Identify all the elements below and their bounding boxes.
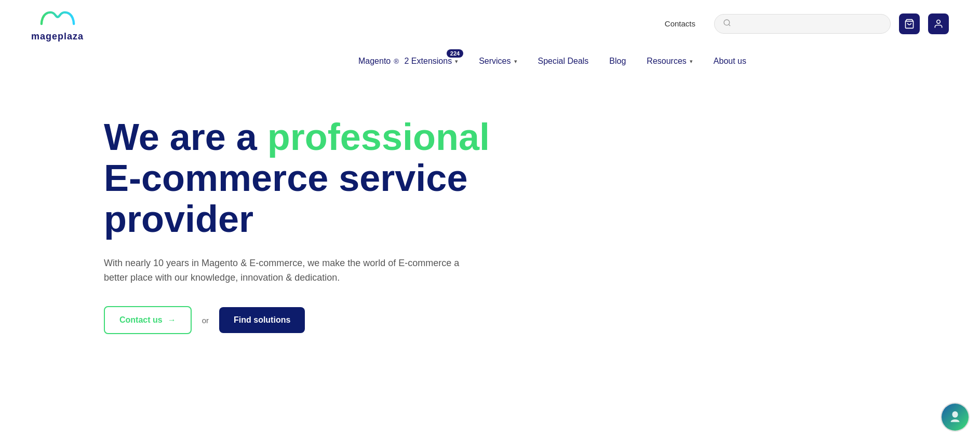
or-divider: or <box>202 316 209 325</box>
hero-title: We are a professional E-commerce service… <box>104 117 540 240</box>
header-right: Contacts <box>665 13 949 34</box>
contacts-link[interactable]: Contacts <box>665 19 695 28</box>
hero-subtitle: With nearly 10 years in Magento & E-comm… <box>104 256 467 286</box>
logo-text: mageplaza <box>31 31 84 42</box>
chat-avatar <box>942 404 969 431</box>
search-icon <box>723 19 731 29</box>
nav-items: Magento® 2 Extensions ▾ 224 Services ▾ S… <box>358 47 746 75</box>
hero-section: We are a professional E-commerce service… <box>0 75 571 365</box>
hero-actions: Contact us → or Find solutions <box>104 306 540 334</box>
chat-widget[interactable] <box>941 403 970 432</box>
cart-icon <box>904 19 915 29</box>
hero-title-highlight: professional <box>267 116 490 158</box>
nav-item-services[interactable]: Services ▾ <box>479 57 517 66</box>
nav-item-about[interactable]: About us <box>714 57 746 66</box>
nav-bar: Magento® 2 Extensions ▾ 224 Services ▾ S… <box>0 47 980 75</box>
nav-item-wrapper-extensions: Magento® 2 Extensions ▾ 224 <box>358 57 458 66</box>
header: mageplaza Contacts <box>0 0 980 47</box>
find-solutions-button[interactable]: Find solutions <box>219 307 305 333</box>
logo-icon <box>37 5 78 31</box>
arrow-right-icon: → <box>168 315 176 325</box>
search-input[interactable] <box>735 20 882 28</box>
svg-point-2 <box>937 20 941 23</box>
hero-title-part2: E-commerce service <box>104 157 467 199</box>
search-bar[interactable] <box>714 14 891 34</box>
extensions-badge: 224 <box>447 49 463 58</box>
nav-item-special-deals[interactable]: Special Deals <box>538 57 589 66</box>
contact-us-label: Contact us <box>119 315 163 325</box>
hero-title-part3: provider <box>104 198 253 240</box>
user-button[interactable] <box>928 13 949 34</box>
chevron-down-icon-services: ▾ <box>514 58 517 65</box>
svg-point-0 <box>724 20 730 25</box>
cart-button[interactable] <box>899 13 920 34</box>
nav-item-wrapper-services: Services ▾ <box>479 57 517 66</box>
chat-avatar-icon <box>948 410 962 424</box>
hero-title-part1: We are a <box>104 116 267 158</box>
chevron-down-icon-resources: ▾ <box>690 58 693 65</box>
nav-item-wrapper-resources: Resources ▾ <box>647 57 692 66</box>
contact-us-button[interactable]: Contact us → <box>104 306 192 334</box>
nav-item-blog[interactable]: Blog <box>609 57 626 66</box>
logo[interactable]: mageplaza <box>31 5 84 42</box>
nav-item-extensions[interactable]: Magento® 2 Extensions ▾ 224 <box>358 57 458 66</box>
find-solutions-label: Find solutions <box>234 315 290 325</box>
user-icon <box>933 19 944 29</box>
nav-item-resources[interactable]: Resources ▾ <box>647 57 692 66</box>
svg-point-3 <box>952 411 958 418</box>
chevron-down-icon: ▾ <box>455 58 458 65</box>
